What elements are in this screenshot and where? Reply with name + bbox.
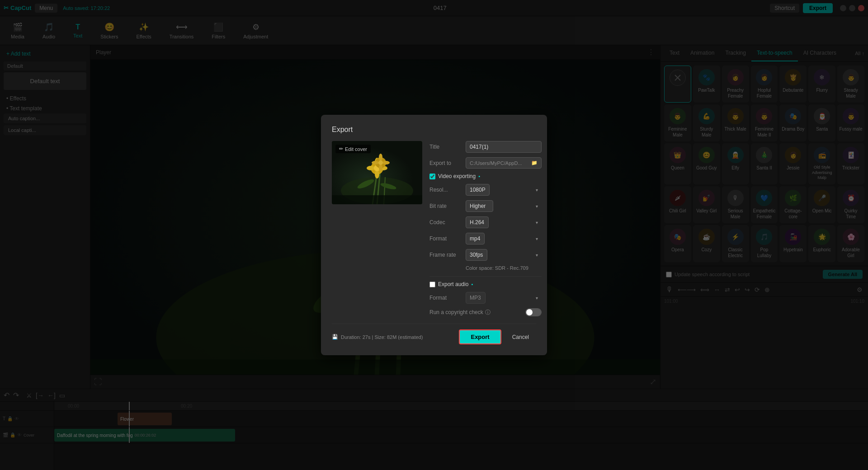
format-row: Format mp4 mov avi [429,233,542,244]
format-wrapper: mp4 mov avi [466,233,542,244]
toggle-knob [526,309,533,315]
svg-point-34 [382,161,390,164]
copyright-toggle[interactable] [525,308,542,316]
svg-point-27 [367,166,375,170]
format-label: Format [429,235,466,242]
svg-point-26 [375,170,379,179]
bitrate-wrapper: Low Medium Higher [466,200,542,212]
cancel-button[interactable]: Cancel [505,331,536,343]
dialog-body: ✏ Edit cover Title Export to C:/Users/My… [332,141,536,316]
audio-format-wrapper: MP3 AAC WAV [466,292,542,304]
bitrate-select[interactable]: Low Medium Higher [466,200,493,212]
export-path-field[interactable]: C:/Users/MyPC/AppD... 📁 [466,157,542,169]
footer-duration-size: Duration: 27s | Size: 82M (estimated) [341,334,423,340]
footer-buttons: Export Cancel [459,329,536,344]
cover-area: ✏ Edit cover [332,141,422,316]
dialog-title: Export [332,126,536,134]
format-select[interactable]: mp4 mov avi [466,233,485,244]
color-space-label: Color space: SDR - Rec.709 [466,265,542,271]
export-audio-section: Export audio • Format MP3 AAC WAV [429,276,542,304]
svg-point-32 [379,164,382,172]
framerate-row: Frame rate 24fps 25fps 30fps 60fps [429,249,542,261]
copyright-text: Run a copyright check [429,309,483,315]
bitrate-label: Bit rate [429,203,466,209]
audio-format-row: Format MP3 AAC WAV [429,292,542,304]
title-row: Title [429,141,542,153]
resolution-label: Resol... [429,187,466,193]
export-to-label: Export to [429,160,466,166]
framerate-wrapper: 24fps 25fps 30fps 60fps [466,249,542,261]
svg-point-31 [379,154,382,161]
video-exporting-info[interactable]: • [478,174,480,179]
codec-select[interactable]: H.264 H.265 [466,216,489,228]
framerate-select[interactable]: 24fps 25fps 30fps 60fps [466,249,487,261]
footer-info: 💾 Duration: 27s | Size: 82M (estimated) [332,334,423,340]
edit-cover-label: Edit cover [345,146,367,152]
resolution-wrapper: 720P 1080P 2K 4K [466,184,542,196]
framerate-label: Frame rate [429,252,466,258]
copyright-label: Run a copyright check ⓘ [429,309,491,316]
export-to-row: Export to C:/Users/MyPC/AppD... 📁 [429,157,542,169]
svg-point-33 [372,161,379,164]
storage-icon: 💾 [332,334,338,340]
export-audio-checkbox[interactable] [429,282,435,287]
export-button[interactable]: Export [459,329,501,344]
copyright-info-icon[interactable]: ⓘ [485,309,491,316]
copyright-row: Run a copyright check ⓘ [429,308,542,316]
export-path-text: C:/Users/MyPC/AppD... [470,160,522,166]
video-exporting-checkbox[interactable] [429,174,435,179]
codec-row: Codec H.264 H.265 [429,216,542,228]
folder-icon[interactable]: 📁 [531,160,538,166]
form-area: Title Export to C:/Users/MyPC/AppD... 📁 … [429,141,542,316]
audio-format-select[interactable]: MP3 AAC WAV [466,292,486,304]
edit-cover-icon: ✏ [339,146,343,152]
export-overlay: Export [0,0,868,470]
codec-wrapper: H.264 H.265 [466,216,542,228]
export-audio-label[interactable]: Export audio [438,281,468,287]
svg-point-35 [378,160,383,165]
audio-format-label: Format [429,295,466,301]
export-dialog: Export [321,115,547,355]
export-audio-info[interactable]: • [471,282,473,287]
video-exporting-label[interactable]: Video exporting [438,173,476,179]
title-label: Title [429,144,466,150]
resolution-row: Resol... 720P 1080P 2K 4K [429,184,542,196]
dialog-footer: 💾 Duration: 27s | Size: 82M (estimated) … [332,324,536,344]
codec-label: Codec [429,219,466,226]
edit-cover-button[interactable]: ✏ Edit cover [335,145,371,153]
svg-rect-36 [332,195,422,204]
title-input[interactable] [466,141,542,153]
video-exporting-section: Video exporting • [429,173,542,179]
export-audio-check: Export audio • [429,281,542,287]
resolution-select[interactable]: 720P 1080P 2K 4K [466,184,490,196]
bitrate-row: Bit rate Low Medium Higher [429,200,542,212]
